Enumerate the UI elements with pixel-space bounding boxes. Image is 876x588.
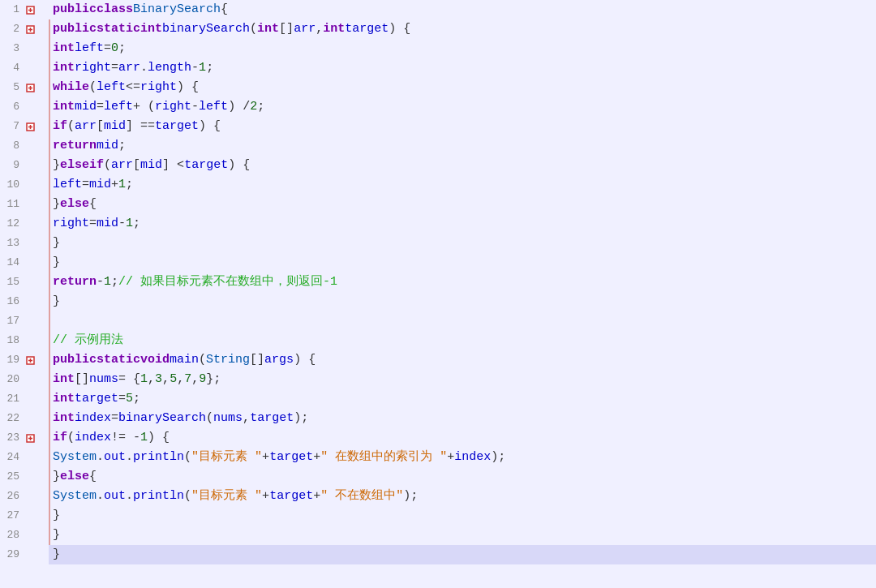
- code-token: main: [170, 350, 199, 369]
- line-num-9: 9: [0, 157, 24, 174]
- code-token: ) {: [294, 350, 316, 369]
- code-token: right: [140, 78, 177, 97]
- fold-icon-27: [24, 510, 36, 521]
- code-token: }: [53, 234, 60, 252]
- code-token: {: [221, 0, 228, 19]
- code-token: 1: [140, 370, 148, 388]
- code-token: =: [111, 58, 118, 77]
- fold-icon-10: [24, 179, 36, 191]
- gutter-row-13: 13: [0, 234, 42, 253]
- code-token: };: [206, 370, 221, 388]
- fold-icon-7[interactable]: [24, 121, 36, 132]
- fold-icon-16: [24, 296, 36, 307]
- code-editor: 1 2 345 67 8910111213141516171819 202122…: [0, 0, 876, 588]
- gutter-row-7: 7: [0, 117, 42, 136]
- code-token: (: [67, 428, 75, 447]
- code-token: target: [269, 487, 313, 505]
- code-token: static: [97, 350, 140, 369]
- fold-icon-19[interactable]: [24, 354, 36, 366]
- code-token: (: [67, 117, 75, 135]
- line-num-2: 2: [0, 21, 24, 37]
- fold-line-indicator: [49, 526, 51, 545]
- code-token: <=: [126, 78, 140, 97]
- code-token: arr: [111, 156, 133, 174]
- code-token: args: [264, 350, 294, 369]
- code-token: int: [53, 409, 75, 427]
- gutter-row-15: 15: [0, 273, 42, 292]
- fold-line-indicator: [49, 370, 51, 389]
- line-num-14: 14: [0, 255, 24, 271]
- code-token: right: [155, 97, 191, 116]
- fold-line-indicator: [49, 448, 51, 467]
- code-area[interactable]: public class BinarySearch { public stati…: [42, 0, 876, 588]
- code-line-24: System.out.println("目标元素 " + target + " …: [49, 448, 876, 467]
- code-line-9: } else if (arr[mid] < target) {: [49, 156, 876, 175]
- fold-line-indicator: [49, 156, 51, 175]
- fold-icon-5[interactable]: [24, 82, 36, 93]
- fold-line-indicator: [49, 409, 51, 428]
- code-token: -: [118, 214, 126, 233]
- gutter-row-2: 2: [0, 19, 42, 39]
- code-token: (: [89, 78, 97, 97]
- code-token: 2: [250, 97, 257, 116]
- gutter-row-4: 4: [0, 58, 42, 78]
- fold-line-indicator: [49, 506, 51, 526]
- code-token: arr: [75, 117, 97, 135]
- code-token: ] <: [162, 156, 184, 174]
- code-token: ;: [118, 136, 126, 155]
- code-token: ;: [133, 214, 140, 233]
- code-token: String: [206, 350, 250, 369]
- code-token: 1: [140, 428, 148, 447]
- code-token: ;: [118, 39, 126, 58]
- code-token: else: [60, 156, 89, 174]
- code-line-10: left = mid + 1;: [49, 175, 876, 195]
- code-token: .: [126, 487, 133, 505]
- code-token: =: [118, 389, 126, 408]
- gutter-row-11: 11: [0, 195, 42, 214]
- code-token: ,: [177, 370, 184, 388]
- code-token: if: [89, 156, 104, 174]
- line-num-10: 10: [0, 177, 24, 193]
- code-token: =: [82, 175, 89, 194]
- code-token: left: [97, 78, 126, 97]
- gutter-row-23: 23: [0, 428, 42, 448]
- code-token: target: [345, 19, 389, 38]
- code-token: (: [184, 448, 191, 466]
- line-num-3: 3: [0, 41, 24, 57]
- gutter-row-10: 10: [0, 175, 42, 195]
- fold-line-indicator: [49, 331, 51, 350]
- code-token: BinarySearch: [133, 0, 221, 19]
- fold-line-indicator: [49, 253, 51, 273]
- fold-icon-2[interactable]: [24, 24, 36, 35]
- gutter-row-8: 8: [0, 136, 42, 156]
- line-num-11: 11: [0, 196, 24, 212]
- gutter-row-19: 19: [0, 350, 42, 370]
- code-token: index: [454, 448, 491, 466]
- code-token: while: [53, 78, 89, 97]
- code-token: left: [53, 175, 82, 194]
- fold-icon-23[interactable]: [24, 432, 36, 444]
- fold-icon-1[interactable]: [24, 4, 36, 15]
- code-token: -: [191, 97, 199, 116]
- code-token: }: [53, 526, 60, 544]
- code-token: else: [60, 195, 89, 213]
- line-num-27: 27: [0, 508, 24, 524]
- code-token: if: [53, 428, 67, 447]
- code-token: );: [491, 448, 505, 466]
- fold-line-indicator: [49, 389, 51, 409]
- fold-line-indicator: [49, 19, 51, 39]
- code-line-1: public class BinarySearch {: [49, 0, 876, 19]
- fold-line-indicator: [49, 311, 51, 331]
- code-token: " 在数组中的索引为 ": [320, 448, 447, 466]
- line-num-21: 21: [0, 391, 24, 407]
- code-line-19: public static void main(String[] args) {: [49, 350, 876, 370]
- code-token: mid: [75, 97, 97, 116]
- code-token: ,: [316, 19, 323, 38]
- fold-line-indicator: [49, 195, 51, 214]
- code-token: +: [262, 487, 269, 505]
- code-token: );: [403, 487, 418, 505]
- code-token: int: [53, 370, 75, 388]
- code-token: mid: [104, 117, 126, 135]
- line-num-16: 16: [0, 294, 24, 310]
- line-gutter: 1 2 345 67 8910111213141516171819 202122…: [0, 0, 42, 588]
